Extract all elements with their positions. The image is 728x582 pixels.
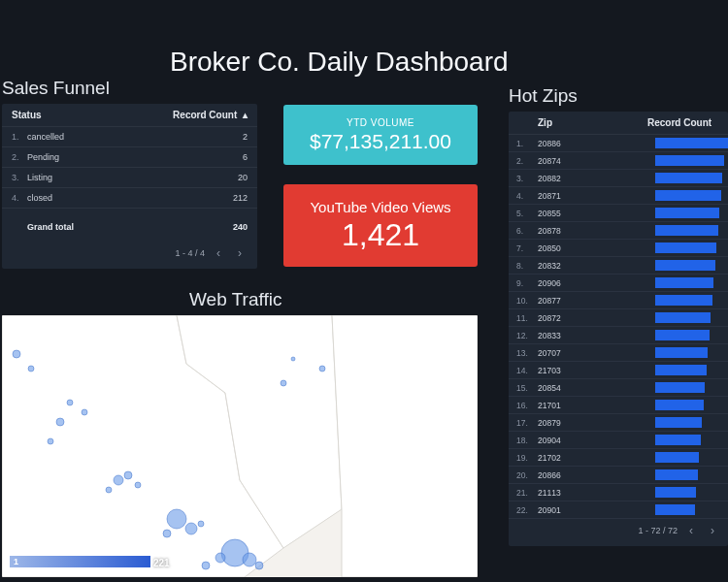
svg-point-13 bbox=[255, 562, 263, 569]
kpi-youtube-card: YouTube Video Views 1,421 bbox=[283, 184, 478, 267]
table-row[interactable]: 12.20833 bbox=[509, 327, 728, 344]
map-svg bbox=[2, 315, 478, 577]
kpi-youtube-label: YouTube Video Views bbox=[310, 199, 450, 215]
row-index: 15. bbox=[516, 383, 538, 393]
svg-point-2 bbox=[124, 471, 132, 479]
row-bar-cell bbox=[655, 138, 728, 148]
row-zip: 20850 bbox=[538, 243, 655, 253]
svg-point-16 bbox=[56, 418, 64, 426]
table-row[interactable]: 19.21702 bbox=[509, 449, 728, 467]
sales-funnel-table: Status Record Count ▴ 1.cancelled22.Pend… bbox=[2, 104, 257, 269]
row-index: 6. bbox=[516, 226, 538, 236]
row-zip: 20906 bbox=[538, 278, 655, 288]
row-bar-cell bbox=[655, 487, 728, 498]
row-bar bbox=[655, 330, 710, 340]
row-bar-cell bbox=[655, 435, 728, 445]
svg-point-8 bbox=[198, 521, 204, 527]
table-row[interactable]: 1.20886 bbox=[509, 135, 728, 152]
col-header-status[interactable]: Status bbox=[12, 110, 170, 120]
table-row[interactable]: 3.Listing20 bbox=[2, 168, 257, 188]
table-row[interactable]: 22.20901 bbox=[509, 501, 728, 519]
table-row[interactable]: 7.20850 bbox=[509, 240, 728, 257]
row-index: 3. bbox=[516, 174, 538, 183]
table-row[interactable]: 16.21701 bbox=[509, 397, 728, 414]
row-index: 2. bbox=[516, 156, 538, 166]
row-index: 19. bbox=[516, 453, 538, 463]
page-title: Broker Co. Daily Dashboard bbox=[170, 47, 509, 78]
table-row[interactable]: 4.20871 bbox=[509, 187, 728, 205]
hot-zips-table: Zip Record Count 1.208862.208743.208824.… bbox=[509, 112, 728, 546]
row-index: 2. bbox=[12, 152, 27, 162]
col-header-record-count[interactable]: Record Count bbox=[647, 117, 720, 128]
row-index: 4. bbox=[12, 193, 27, 203]
grand-total-label: Grand total bbox=[12, 222, 233, 232]
table-row[interactable]: 11.20872 bbox=[509, 309, 728, 327]
svg-point-19 bbox=[319, 366, 325, 372]
table-row[interactable]: 20.20866 bbox=[509, 467, 728, 484]
row-status: Pending bbox=[27, 152, 209, 162]
row-index: 3. bbox=[12, 173, 27, 182]
col-header-record-count[interactable]: Record Count ▴ bbox=[170, 110, 248, 120]
row-index: 17. bbox=[516, 418, 538, 428]
pager-prev-button[interactable]: ‹ bbox=[683, 523, 699, 538]
row-bar-cell bbox=[655, 452, 728, 463]
row-index: 1. bbox=[516, 139, 538, 148]
row-zip: 20879 bbox=[538, 418, 655, 428]
table-row[interactable]: 14.21703 bbox=[509, 362, 728, 379]
row-count: 20 bbox=[209, 173, 248, 182]
col-header-zip[interactable]: Zip bbox=[538, 117, 647, 128]
row-zip: 20855 bbox=[538, 209, 655, 218]
pager-next-button[interactable]: › bbox=[232, 245, 248, 261]
row-bar-cell bbox=[655, 242, 728, 253]
svg-point-21 bbox=[13, 350, 20, 358]
table-row[interactable]: 6.20878 bbox=[509, 222, 728, 240]
svg-point-11 bbox=[215, 553, 225, 563]
table-row[interactable]: 1.cancelled2 bbox=[2, 127, 257, 147]
row-index: 20. bbox=[516, 470, 538, 480]
row-bar-cell bbox=[655, 190, 728, 201]
row-bar-cell bbox=[655, 277, 728, 288]
row-bar bbox=[655, 173, 722, 183]
row-zip: 20866 bbox=[538, 470, 655, 480]
svg-point-3 bbox=[135, 482, 141, 488]
row-bar-cell bbox=[655, 469, 728, 480]
row-bar bbox=[655, 242, 716, 253]
table-row[interactable]: 13.20707 bbox=[509, 344, 728, 362]
table-row[interactable]: 2.Pending6 bbox=[2, 147, 257, 168]
table-row[interactable]: 10.20877 bbox=[509, 292, 728, 309]
table-row[interactable]: 17.20879 bbox=[509, 414, 728, 432]
row-bar-cell bbox=[655, 260, 728, 271]
row-zip: 20832 bbox=[538, 261, 655, 271]
table-row[interactable]: 5.20855 bbox=[509, 205, 728, 222]
map-legend-gradient: 1 bbox=[10, 556, 150, 567]
table-row[interactable]: 8.20832 bbox=[509, 257, 728, 275]
row-status: Listing bbox=[27, 173, 209, 182]
svg-point-7 bbox=[163, 530, 171, 537]
table-row[interactable]: 18.20904 bbox=[509, 432, 728, 449]
table-row[interactable]: 3.20882 bbox=[509, 170, 728, 187]
svg-point-20 bbox=[291, 357, 295, 361]
pager-prev-button[interactable]: ‹ bbox=[211, 245, 226, 261]
row-bar-cell bbox=[655, 208, 728, 218]
row-bar bbox=[655, 504, 695, 515]
table-row[interactable]: 21.21113 bbox=[509, 484, 728, 501]
row-index: 1. bbox=[12, 132, 27, 142]
col-header-record-count-label: Record Count bbox=[173, 110, 237, 120]
row-bar-cell bbox=[655, 347, 728, 358]
row-zip: 20854 bbox=[538, 383, 655, 393]
row-bar bbox=[655, 435, 701, 445]
row-bar bbox=[655, 138, 728, 148]
pager-next-button[interactable]: › bbox=[705, 523, 720, 538]
web-traffic-map[interactable]: 1 221 bbox=[2, 315, 478, 577]
table-row[interactable]: 9.20906 bbox=[509, 275, 728, 292]
kpi-ytd-volume-card: YTD VOLUME $77,135,211.00 bbox=[283, 105, 478, 165]
row-bar-cell bbox=[655, 382, 728, 393]
row-index: 4. bbox=[516, 191, 538, 201]
table-row[interactable]: 15.20854 bbox=[509, 379, 728, 397]
row-zip: 20886 bbox=[538, 139, 655, 148]
table-row[interactable]: 2.20874 bbox=[509, 152, 728, 170]
row-bar bbox=[655, 312, 711, 323]
row-index: 7. bbox=[516, 243, 538, 253]
kpi-ytd-volume-label: YTD VOLUME bbox=[347, 117, 414, 128]
table-row[interactable]: 4.closed212 bbox=[2, 188, 257, 209]
